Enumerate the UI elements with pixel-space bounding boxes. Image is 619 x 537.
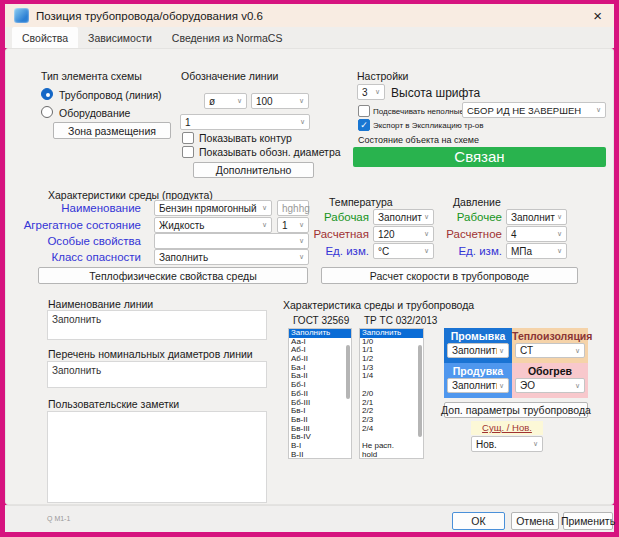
- schema-type-title: Тип элемента схемы: [41, 70, 142, 82]
- temp-design-combo[interactable]: 120∨: [373, 226, 434, 242]
- chevron-down-icon: ∨: [573, 347, 584, 355]
- user-notes-label: Пользовательские заметки: [48, 398, 179, 410]
- checkbox-show-contour[interactable]: [182, 132, 194, 144]
- temperature-title: Температура: [329, 196, 393, 208]
- press-unit-combo[interactable]: МПа∨: [506, 243, 567, 259]
- id-status-combo[interactable]: СБОР ИД НЕ ЗАВЕРШЕН∨: [462, 102, 606, 118]
- radio-equipment[interactable]: [41, 106, 53, 118]
- press-design-combo[interactable]: 4∨: [506, 226, 567, 242]
- gost-list-label: ГОСТ 32569: [293, 315, 349, 326]
- diameters-list-input[interactable]: Заполнить: [47, 361, 267, 388]
- chevron-down-icon: ∨: [531, 440, 542, 448]
- flush-combo[interactable]: Заполнить∨: [447, 343, 509, 358]
- aggregate-state-combo[interactable]: Жидкость∨: [154, 217, 272, 233]
- aggregate-state-label: Агрегатное состояние: [21, 219, 141, 231]
- chevron-down-icon: ∨: [260, 204, 271, 212]
- flush-title: Промывка: [444, 330, 512, 342]
- gost-listbox[interactable]: ЗаполнитьАа-IАб-IАб-IIБа-IБа-IIБб-IБб-II…: [288, 328, 352, 459]
- press-design-label: Расчетное: [432, 228, 502, 240]
- chevron-down-icon: ∨: [497, 347, 508, 355]
- more-button[interactable]: Дополнительно: [193, 162, 314, 178]
- special-properties-combo[interactable]: ∨: [154, 233, 309, 249]
- press-working-label: Рабочее: [432, 211, 502, 223]
- product-name-combo[interactable]: Бензин прямогонный∨: [154, 200, 272, 216]
- status-bar: Q М1-1 ОК Отмена Применить: [5, 505, 614, 532]
- exist-new-combo[interactable]: Нов.∨: [471, 436, 543, 452]
- check-icon: ✓: [360, 120, 368, 130]
- tab-bar: Свойства Зависимости Сведения из NormaCS: [5, 27, 614, 48]
- radio-equipment-label: Оборудование: [59, 107, 130, 119]
- hazard-class-combo[interactable]: Заполнить∨: [154, 249, 309, 265]
- scrollbar[interactable]: [346, 345, 350, 399]
- list-item[interactable]: hold: [360, 451, 423, 459]
- purge-title: Продувка: [444, 365, 512, 377]
- cancel-button[interactable]: Отмена: [511, 512, 559, 530]
- temp-design-label: Расчетная: [299, 228, 369, 240]
- list-item[interactable]: В-II: [289, 451, 351, 459]
- tab-normacs[interactable]: Сведения из NormaCS: [162, 27, 293, 48]
- line-name-label: Наименование линии: [48, 298, 153, 310]
- settings-title: Настройки: [357, 70, 409, 82]
- temp-working-label: Рабочая: [299, 211, 369, 223]
- chevron-down-icon: ∨: [594, 106, 605, 114]
- insulation-combo[interactable]: СТ∨: [515, 343, 585, 358]
- diameters-list-label: Перечень номинальных диаметров линии: [48, 348, 253, 360]
- temp-working-combo[interactable]: Заполнить∨: [373, 209, 434, 225]
- scrollbar[interactable]: [418, 345, 422, 437]
- purge-combo[interactable]: Заполнить∨: [447, 378, 509, 393]
- nominal-diameter-combo[interactable]: 100∨: [251, 93, 309, 109]
- tab-dependencies[interactable]: Зависимости: [78, 27, 162, 48]
- temp-unit-combo[interactable]: °C∨: [373, 243, 434, 259]
- trts-list-label: ТР ТС 032/2013: [364, 315, 437, 326]
- checkbox-show-diameter-label: Показывать обозн. диаметра: [199, 146, 341, 158]
- apply-button[interactable]: Применить: [563, 512, 613, 530]
- tab-properties[interactable]: Свойства: [12, 27, 78, 48]
- press-working-combo[interactable]: Заполнить∨: [506, 209, 567, 225]
- char-section-title: Характеристика среды и трубопровода: [283, 299, 474, 311]
- list-item[interactable]: 1/4: [360, 372, 423, 381]
- heating-title: Обогрев: [512, 365, 588, 377]
- chevron-down-icon: ∨: [298, 118, 309, 126]
- properties-panel: Тип элемента схемы Трубопровод (линия) О…: [5, 48, 614, 505]
- chevron-down-icon: ∨: [260, 221, 271, 229]
- radio-pipeline[interactable]: [41, 88, 53, 100]
- exist-new-label: Сущ. / Нов.: [471, 421, 543, 435]
- chevron-down-icon: ∨: [573, 382, 584, 390]
- chevron-down-icon: ∨: [297, 97, 308, 105]
- chevron-down-icon: ∨: [555, 213, 566, 221]
- radio-pipeline-label: Трубопровод (линия): [59, 89, 162, 101]
- object-state-label: Состояние объекта на схеме: [358, 135, 479, 145]
- temp-unit-label: Ед. изм.: [299, 245, 369, 257]
- status-info: Q М1-1: [47, 515, 70, 522]
- checkbox-export-explication-label: Экспорт в Экспликацию тр-ов: [373, 121, 483, 130]
- placement-zone-button[interactable]: Зона размещения: [53, 122, 171, 139]
- trts-listbox[interactable]: Заполнить1/01/11/21/31/42/02/12/22/32/4Н…: [359, 328, 424, 459]
- heating-combo[interactable]: ЭО∨: [515, 378, 585, 393]
- font-height-combo[interactable]: 3∨: [357, 84, 385, 100]
- pressure-title: Давление: [453, 196, 501, 208]
- hazard-class-label: Класс опасности: [21, 251, 141, 263]
- checkbox-export-explication[interactable]: ✓: [358, 119, 370, 131]
- press-unit-label: Ед. изм.: [432, 245, 502, 257]
- chevron-down-icon: ∨: [497, 382, 508, 390]
- line-designation-title: Обозначение линии: [181, 70, 278, 82]
- user-notes-input[interactable]: [47, 411, 267, 503]
- pipe-params-button[interactable]: Доп. параметры трубопровода: [444, 402, 588, 418]
- list-item[interactable]: 2/4: [360, 425, 423, 434]
- checkbox-highlight-incomplete[interactable]: [358, 105, 370, 117]
- link-state-banner: Связан: [353, 147, 606, 167]
- insulation-title: Теплоизоляция: [512, 330, 588, 342]
- thermophysical-button[interactable]: Теплофизические свойства среды: [38, 267, 308, 284]
- app-icon: [14, 8, 29, 23]
- line-name-input[interactable]: Заполнить: [47, 310, 267, 340]
- ok-button[interactable]: ОК: [452, 512, 505, 530]
- close-icon[interactable]: ×: [593, 8, 602, 23]
- dialog-window: Позиция трубопровода/оборудования v0.6 ×…: [0, 0, 619, 537]
- checkbox-show-diameter[interactable]: [182, 146, 194, 158]
- line-number-combo[interactable]: 1∨: [180, 114, 310, 130]
- product-name-label: Наименование: [21, 202, 141, 214]
- velocity-calc-button[interactable]: Расчет скорости в трубопроводе: [321, 267, 578, 284]
- diameter-symbol-combo[interactable]: ø∨: [204, 93, 247, 109]
- window-title: Позиция трубопровода/оборудования v0.6: [36, 10, 263, 22]
- titlebar: Позиция трубопровода/оборудования v0.6 ×: [5, 4, 614, 27]
